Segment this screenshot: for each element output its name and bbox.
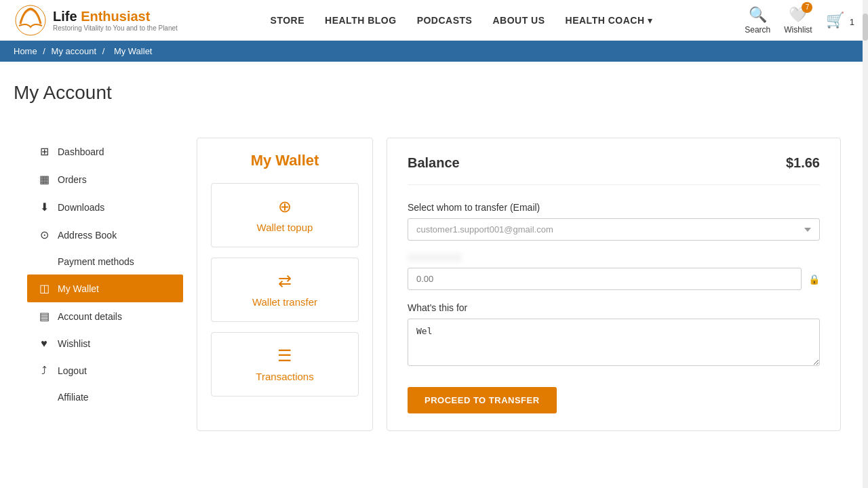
wallet-icon: ◫ xyxy=(37,282,51,295)
breadcrumb: Home / My account / My Wallet xyxy=(0,41,868,62)
logo-text: Life Enthusiast Restoring Vitality to Yo… xyxy=(53,9,178,32)
sidebar-label-address-book: Address Book xyxy=(58,230,117,241)
select-email-dropdown[interactable]: customer1.support001@gmail.com xyxy=(408,218,820,241)
sidebar-item-dashboard[interactable]: ⊞ Dashboard xyxy=(27,138,183,165)
wishlist-badge: 7 xyxy=(802,2,812,13)
breadcrumb-sep1: / xyxy=(43,46,47,56)
page-title: My Account xyxy=(14,82,854,104)
sidebar-item-address-book[interactable]: ⊙ Address Book xyxy=(27,221,183,249)
sidebar-label-orders: Orders xyxy=(58,174,87,185)
chevron-down-icon: ▾ xyxy=(648,15,652,26)
transfer-icon: ⇄ xyxy=(278,272,292,291)
search-icon: 🔍 xyxy=(749,6,767,24)
content-area: My Wallet ⊕ Wallet topup ⇄ Wallet transf… xyxy=(197,138,841,431)
nav-about-us[interactable]: ABOUT US xyxy=(492,15,545,26)
breadcrumb-my-account[interactable]: My account xyxy=(52,46,96,56)
logo-name: Life Enthusiast xyxy=(53,9,178,24)
amount-row: 🔒 xyxy=(408,268,820,290)
wallet-transactions-card[interactable]: ☰ Transactions xyxy=(211,332,359,396)
sidebar-label-affiliate: Affiliate xyxy=(58,392,89,403)
wallet-panel-title: My Wallet xyxy=(251,152,319,169)
sidebar-label-my-wallet: My Wallet xyxy=(58,283,99,294)
amount-icon: 🔒 xyxy=(808,274,820,285)
orders-icon: ▦ xyxy=(37,173,51,186)
breadcrumb-current: My Wallet xyxy=(114,46,153,56)
transfer-panel: Balance $1.66 Select whom to transfer (E… xyxy=(387,138,841,431)
main-nav: STORE HEALTH BLOG PODCASTS ABOUT US HEAL… xyxy=(271,15,652,26)
sidebar-item-orders[interactable]: ▦ Orders xyxy=(27,165,183,193)
wishlist-label: Wishlist xyxy=(784,25,812,35)
cart-action[interactable]: 🛒 1 xyxy=(826,12,854,29)
wishlist-sidebar-icon: ♥ xyxy=(37,338,51,350)
sidebar-item-logout[interactable]: ⤴ Logout xyxy=(27,357,183,384)
sidebar-label-downloads: Downloads xyxy=(58,202,104,213)
dashboard-icon: ⊞ xyxy=(37,145,51,158)
scrollbar-track[interactable] xyxy=(863,0,868,451)
sidebar-label-payment-methods: Payment methods xyxy=(58,256,134,267)
page-wrapper: My Account ⊞ Dashboard ▦ Orders ⬇ Downlo… xyxy=(0,82,868,451)
sidebar-item-payment-methods[interactable]: Payment methods xyxy=(27,249,183,274)
logo-icon xyxy=(14,3,47,37)
header-actions: 🔍 Search 🤍 7 Wishlist 🛒 1 xyxy=(745,6,854,35)
wallet-topup-card[interactable]: ⊕ Wallet topup xyxy=(211,183,359,247)
breadcrumb-home[interactable]: Home xyxy=(14,46,37,56)
transactions-icon: ☰ xyxy=(277,346,292,365)
balance-row: Balance $1.66 xyxy=(408,155,820,185)
sidebar-item-affiliate[interactable]: Affiliate xyxy=(27,384,183,410)
sidebar-item-wishlist[interactable]: ♥ Wishlist xyxy=(27,330,183,357)
sidebar-label-wishlist: Wishlist xyxy=(58,338,90,349)
transactions-label: Transactions xyxy=(256,371,313,382)
sidebar-label-logout: Logout xyxy=(58,365,87,376)
cart-count: 1 xyxy=(850,17,854,27)
sidebar-label-account-details: Account details xyxy=(58,311,122,322)
search-label: Search xyxy=(745,25,770,35)
cart-icon: 🛒 1 xyxy=(826,12,854,29)
breadcrumb-sep2: / xyxy=(102,46,107,56)
topup-label: Wallet topup xyxy=(257,222,313,233)
transfer-label: Wallet transfer xyxy=(252,296,317,308)
address-book-icon: ⊙ xyxy=(37,228,51,241)
sidebar-item-downloads[interactable]: ⬇ Downloads xyxy=(27,193,183,221)
wishlist-icon: 🤍 7 xyxy=(789,6,807,24)
whats-this-label: What's this for xyxy=(408,302,820,313)
scrollbar-thumb[interactable] xyxy=(863,14,868,41)
select-email-group: Select whom to transfer (Email) customer… xyxy=(408,202,820,241)
topup-icon: ⊕ xyxy=(278,197,292,216)
nav-health-coach[interactable]: HEALTH COACH ▾ xyxy=(566,15,652,26)
proceed-button[interactable]: PROCEED TO TRANSFER xyxy=(408,387,557,413)
logout-icon: ⤴ xyxy=(37,365,51,377)
balance-label: Balance xyxy=(408,155,460,171)
amount-input[interactable] xyxy=(408,268,802,290)
wallet-panel: My Wallet ⊕ Wallet topup ⇄ Wallet transf… xyxy=(197,138,373,431)
select-email-label: Select whom to transfer (Email) xyxy=(408,202,820,213)
logo-tagline: Restoring Vitality to You and to the Pla… xyxy=(53,24,178,32)
sidebar-label-dashboard: Dashboard xyxy=(58,146,104,157)
sidebar: ⊞ Dashboard ▦ Orders ⬇ Downloads ⊙ Addre… xyxy=(27,138,183,431)
wishlist-action[interactable]: 🤍 7 Wishlist xyxy=(784,6,812,35)
nav-health-blog[interactable]: HEALTH BLOG xyxy=(325,15,397,26)
sidebar-item-account-details[interactable]: ▤ Account details xyxy=(27,302,183,330)
main-container: ⊞ Dashboard ▦ Orders ⬇ Downloads ⊙ Addre… xyxy=(14,117,854,451)
header: Life Enthusiast Restoring Vitality to Yo… xyxy=(0,0,868,41)
whats-this-textarea[interactable]: Wel xyxy=(408,319,820,366)
logo[interactable]: Life Enthusiast Restoring Vitality to Yo… xyxy=(14,3,178,37)
sidebar-item-my-wallet[interactable]: ◫ My Wallet xyxy=(27,274,183,302)
search-action[interactable]: 🔍 Search xyxy=(745,6,770,35)
amount-group: 🔒 xyxy=(408,253,820,290)
account-icon: ▤ xyxy=(37,310,51,323)
whats-this-group: What's this for Wel xyxy=(408,302,820,368)
nav-podcasts[interactable]: PODCASTS xyxy=(417,15,473,26)
wallet-transfer-card[interactable]: ⇄ Wallet transfer xyxy=(211,258,359,322)
balance-amount: $1.66 xyxy=(786,155,820,171)
downloads-icon: ⬇ xyxy=(37,201,51,214)
amount-label-blurred xyxy=(408,253,462,262)
nav-store[interactable]: STORE xyxy=(271,15,304,26)
